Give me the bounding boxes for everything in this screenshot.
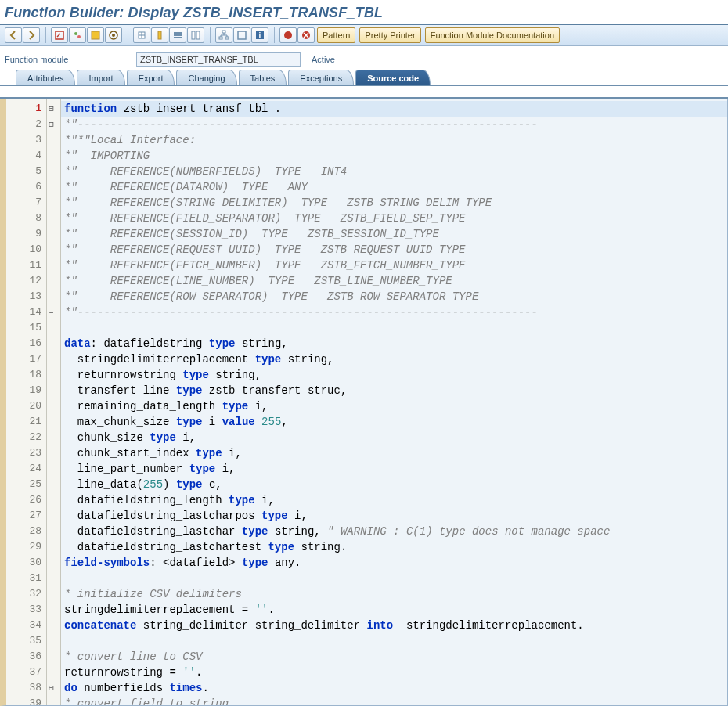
code-line[interactable]: *"--------------------------------------… bbox=[61, 117, 727, 132]
code-line[interactable]: returnrowstring = ''. bbox=[61, 665, 727, 680]
code-line[interactable]: *" REFERENCE(REQUEST_UUID) TYPE ZSTB_REQ… bbox=[61, 242, 727, 258]
code-line[interactable]: *" REFERENCE(FIELD_SEPARATOR) TYPE ZSTB_… bbox=[61, 211, 727, 226]
code-line[interactable]: *" REFERENCE(SESSION_ID) TYPE ZSTB_SESSI… bbox=[61, 226, 727, 242]
fold-spacer bbox=[47, 320, 60, 336]
svg-rect-11 bbox=[192, 31, 195, 39]
svg-point-5 bbox=[112, 34, 115, 37]
code-line[interactable] bbox=[61, 633, 727, 649]
fold-toggle-icon[interactable]: – bbox=[47, 304, 60, 320]
code-line[interactable]: transfert_line type zstb_transfert_struc… bbox=[61, 383, 727, 398]
display-navigation-button[interactable] bbox=[187, 27, 204, 43]
check-button[interactable] bbox=[87, 27, 104, 43]
code-line[interactable]: chunk_size type i, bbox=[61, 430, 727, 445]
line-number: 10 bbox=[6, 242, 46, 258]
code-line[interactable]: *" REFERENCE(STRING_DELIMITER) TYPE ZSTB… bbox=[61, 195, 727, 211]
line-number: 18 bbox=[6, 367, 46, 383]
nav-forward-button[interactable] bbox=[23, 27, 40, 43]
tab-exceptions[interactable]: Exceptions bbox=[288, 70, 354, 85]
tab-export[interactable]: Export bbox=[127, 70, 175, 85]
tab-changing[interactable]: Changing bbox=[176, 70, 236, 85]
fold-spacer bbox=[47, 508, 60, 524]
code-line[interactable]: concatenate string_delimiter string_deli… bbox=[61, 618, 727, 633]
code-line[interactable]: *"*"Local Interface: bbox=[61, 132, 727, 148]
code-line[interactable]: chunk_start_index type i, bbox=[61, 445, 727, 461]
code-line[interactable]: datafieldstring_length type i, bbox=[61, 492, 727, 508]
code-line[interactable]: do numberfields times. bbox=[61, 680, 727, 696]
line-number: 36 bbox=[6, 649, 46, 665]
fm-documentation-button[interactable]: Function Module Documentation bbox=[425, 27, 560, 43]
line-number: 27 bbox=[6, 508, 46, 524]
code-line[interactable]: *" REFERENCE(FETCH_NUMBER) TYPE ZSTB_FET… bbox=[61, 258, 727, 273]
nav-back-button[interactable] bbox=[5, 27, 22, 43]
code-line[interactable]: datafieldstring_lastchartest type string… bbox=[61, 539, 727, 555]
fold-spacer bbox=[47, 602, 60, 618]
fold-toggle-icon[interactable]: ⊟ bbox=[47, 117, 60, 132]
line-number: 21 bbox=[6, 414, 46, 430]
pattern-button[interactable]: Pattern bbox=[317, 27, 355, 43]
line-number: 7 bbox=[6, 195, 46, 211]
line-number: 17 bbox=[6, 351, 46, 367]
line-number: 24 bbox=[6, 461, 46, 477]
hierarchy-button[interactable] bbox=[215, 27, 232, 43]
display-list-button[interactable] bbox=[169, 27, 186, 43]
line-number: 13 bbox=[6, 289, 46, 304]
code-line[interactable]: remaining_data_length type i, bbox=[61, 398, 727, 414]
code-line[interactable]: *"--------------------------------------… bbox=[61, 304, 727, 320]
code-line[interactable] bbox=[61, 571, 727, 586]
pretty-printer-button[interactable]: Pretty Printer bbox=[359, 27, 420, 43]
code-line[interactable]: data: datafieldstring type string, bbox=[61, 336, 727, 351]
abap-editor[interactable]: 1234567891011121314151617181920212223242… bbox=[0, 99, 728, 706]
code-line[interactable]: function zstb_insert_transf_tbl . bbox=[61, 101, 727, 117]
code-line[interactable]: datafieldstring_lastchar type string, " … bbox=[61, 524, 727, 539]
code-line[interactable]: datafieldstring_lastcharpos type i, bbox=[61, 508, 727, 524]
other-object-button[interactable] bbox=[69, 27, 86, 43]
code-line[interactable]: * initialize CSV delimiters bbox=[61, 586, 727, 602]
fold-spacer bbox=[47, 539, 60, 555]
fold-spacer bbox=[47, 430, 60, 445]
display-change-button[interactable] bbox=[51, 27, 68, 43]
line-number: 34 bbox=[6, 618, 46, 633]
fold-spacer bbox=[47, 226, 60, 242]
fold-toggle-icon[interactable]: ⊟ bbox=[47, 101, 60, 117]
code-line[interactable]: stringdelimiterreplacement = ''. bbox=[61, 602, 727, 618]
code-line[interactable]: returnrowstring type string, bbox=[61, 367, 727, 383]
activate-button[interactable] bbox=[105, 27, 122, 43]
fold-spacer bbox=[47, 398, 60, 414]
breakpoint-delete-button[interactable] bbox=[297, 27, 315, 43]
where-used-button[interactable] bbox=[151, 27, 168, 43]
line-number: 2 bbox=[6, 117, 46, 132]
test-button[interactable] bbox=[133, 27, 150, 43]
fullscreen-button[interactable] bbox=[233, 27, 250, 43]
toolbar-separator bbox=[210, 27, 211, 43]
code-line[interactable]: *" REFERENCE(ROW_SEPARATOR) TYPE ZSTB_RO… bbox=[61, 289, 727, 304]
code-line[interactable]: *" REFERENCE(DATAROW) TYPE ANY bbox=[61, 179, 727, 195]
code-line[interactable]: field-symbols: <datafield> type any. bbox=[61, 555, 727, 571]
fold-gutter[interactable]: ⊟⊟–⊟ bbox=[47, 99, 61, 705]
tab-source[interactable]: Source code bbox=[355, 70, 431, 85]
code-line[interactable]: *" REFERENCE(NUMBERFIELDS) TYPE INT4 bbox=[61, 164, 727, 179]
code-line[interactable]: line_data(255) type c, bbox=[61, 477, 727, 492]
fold-spacer bbox=[47, 195, 60, 211]
code-line[interactable]: *" IMPORTING bbox=[61, 148, 727, 164]
code-line[interactable]: line_part_number type i, bbox=[61, 461, 727, 477]
code-line[interactable]: * convert line to CSV bbox=[61, 649, 727, 665]
function-module-input[interactable] bbox=[136, 52, 301, 67]
code-line[interactable]: stringdelimiterreplacement type string, bbox=[61, 351, 727, 367]
breakpoint-set-button[interactable] bbox=[279, 27, 297, 43]
code-line[interactable]: *" REFERENCE(LINE_NUMBER) TYPE ZSTB_LINE… bbox=[61, 273, 727, 289]
tab-import[interactable]: Import bbox=[77, 70, 124, 85]
help-button[interactable]: i bbox=[251, 27, 268, 43]
code-line[interactable] bbox=[61, 320, 727, 336]
fold-spacer bbox=[47, 273, 60, 289]
code-line[interactable]: * convert field to string bbox=[61, 696, 727, 705]
code-area[interactable]: function zstb_insert_transf_tbl .*"-----… bbox=[61, 99, 727, 705]
line-number: 26 bbox=[6, 492, 46, 508]
line-number: 39 bbox=[6, 696, 46, 706]
tab-attributes[interactable]: Attributes bbox=[16, 70, 75, 85]
toolbar-separator bbox=[45, 27, 46, 43]
fold-toggle-icon[interactable]: ⊟ bbox=[47, 680, 60, 696]
fold-spacer bbox=[47, 148, 60, 164]
page-title: Function Builder: Display ZSTB_INSERT_TR… bbox=[0, 0, 728, 24]
tab-tables[interactable]: Tables bbox=[239, 70, 287, 85]
code-line[interactable]: max_chunk_size type i value 255, bbox=[61, 414, 727, 430]
